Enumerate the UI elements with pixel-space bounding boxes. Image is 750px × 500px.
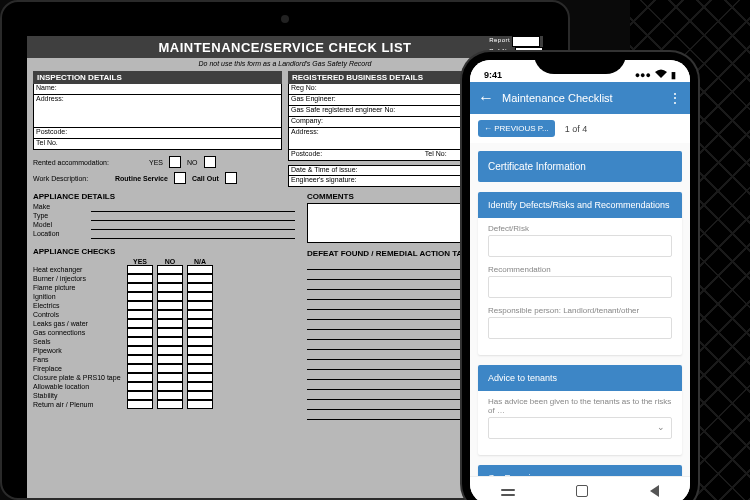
pager: ← PREVIOUS P... 1 of 4	[470, 114, 690, 143]
check-yes-box[interactable]	[127, 373, 153, 382]
check-na-box[interactable]	[187, 337, 213, 346]
check-label: Stability	[33, 392, 125, 399]
workdesc-label: Work Description:	[33, 175, 109, 182]
check-na-box[interactable]	[187, 265, 213, 274]
check-label: Return air / Plenum	[33, 401, 125, 408]
check-yes-box[interactable]	[127, 319, 153, 328]
check-no-box[interactable]	[157, 301, 183, 310]
callout-checkbox[interactable]	[225, 172, 237, 184]
check-yes-box[interactable]	[127, 364, 153, 373]
check-no-box[interactable]	[157, 346, 183, 355]
check-na-box[interactable]	[187, 274, 213, 283]
col-na: N/A	[185, 258, 215, 265]
certificate-info-card[interactable]: Certificate Information	[478, 151, 682, 182]
check-yes-box[interactable]	[127, 328, 153, 337]
defects-panel-title: Identify Defects/Risks and Recommendatio…	[478, 192, 682, 218]
check-na-box[interactable]	[187, 310, 213, 319]
report-field[interactable]	[512, 36, 540, 47]
check-row: Return air / Plenum	[33, 400, 295, 409]
check-yes-box[interactable]	[127, 301, 153, 310]
check-no-box[interactable]	[157, 292, 183, 301]
rented-no-checkbox[interactable]	[204, 156, 216, 168]
check-yes-box[interactable]	[127, 310, 153, 319]
check-row: Stability	[33, 391, 295, 400]
responsible-label: Responsible person: Landlord/tenant/othe…	[488, 306, 672, 315]
check-yes-box[interactable]	[127, 292, 153, 301]
check-no-box[interactable]	[157, 319, 183, 328]
check-yes-box[interactable]	[127, 337, 153, 346]
appl-model-field[interactable]	[91, 221, 295, 230]
home-icon[interactable]	[576, 485, 588, 497]
check-no-box[interactable]	[157, 382, 183, 391]
check-no-box[interactable]	[157, 337, 183, 346]
recommendation-input[interactable]	[488, 276, 672, 298]
check-no-box[interactable]	[157, 328, 183, 337]
appl-location: Location	[33, 230, 91, 239]
check-row: Electrics	[33, 301, 295, 310]
check-label: Gas connections	[33, 329, 125, 336]
appl-make-field[interactable]	[91, 203, 295, 212]
check-na-box[interactable]	[187, 301, 213, 310]
check-no-box[interactable]	[157, 265, 183, 274]
recent-apps-icon[interactable]	[501, 486, 515, 496]
check-na-box[interactable]	[187, 382, 213, 391]
defect-risk-input[interactable]	[488, 235, 672, 257]
check-na-box[interactable]	[187, 328, 213, 337]
back-icon[interactable]: ←	[478, 89, 494, 107]
check-na-box[interactable]	[187, 292, 213, 301]
advice-q1-label: Has advice been given to the tenants as …	[488, 397, 672, 415]
check-no-box[interactable]	[157, 364, 183, 373]
check-na-box[interactable]	[187, 373, 213, 382]
inspection-name[interactable]: Name:	[33, 84, 282, 95]
back-nav-icon[interactable]	[650, 485, 659, 497]
routine-checkbox[interactable]	[174, 172, 186, 184]
advice-panel-title: Advice to tenants	[478, 365, 682, 391]
responsible-input[interactable]	[488, 317, 672, 339]
more-icon[interactable]: ⋮	[668, 90, 682, 106]
check-yes-box[interactable]	[127, 346, 153, 355]
inspection-address[interactable]: Address:	[33, 95, 282, 128]
check-no-box[interactable]	[157, 391, 183, 400]
appl-make: Make	[33, 203, 91, 212]
check-label: Controls	[33, 311, 125, 318]
advice-q1-select[interactable]: ⌄	[488, 417, 672, 439]
check-na-box[interactable]	[187, 391, 213, 400]
check-yes-box[interactable]	[127, 391, 153, 400]
check-na-box[interactable]	[187, 355, 213, 364]
check-na-box[interactable]	[187, 364, 213, 373]
previous-button[interactable]: ← PREVIOUS P...	[478, 120, 555, 137]
check-label: Closure plate & PRS10 tape	[33, 374, 125, 381]
check-yes-box[interactable]	[127, 265, 153, 274]
check-label: Ignition	[33, 293, 125, 300]
check-no-box[interactable]	[157, 310, 183, 319]
appl-location-field[interactable]	[91, 230, 295, 239]
check-row: Flame picture	[33, 283, 295, 292]
appl-type-field[interactable]	[91, 212, 295, 221]
inspection-postcode[interactable]: Postcode:	[33, 128, 282, 139]
phone-screen: 9:41 ●●● ▮ ← Maintenance Checklist ⋮ ← P…	[470, 60, 690, 500]
check-row: Fireplace	[33, 364, 295, 373]
check-label: Pipework	[33, 347, 125, 354]
check-yes-box[interactable]	[127, 382, 153, 391]
business-tel-label: Tel No:	[425, 150, 447, 157]
check-row: Heat exchanger	[33, 265, 295, 274]
rented-yes-checkbox[interactable]	[169, 156, 181, 168]
no-label: NO	[187, 159, 198, 166]
check-no-box[interactable]	[157, 400, 183, 409]
check-na-box[interactable]	[187, 319, 213, 328]
check-no-box[interactable]	[157, 283, 183, 292]
checks-heading: APPLIANCE CHECKS	[33, 247, 295, 256]
check-na-box[interactable]	[187, 346, 213, 355]
check-yes-box[interactable]	[127, 400, 153, 409]
check-na-box[interactable]	[187, 400, 213, 409]
check-no-box[interactable]	[157, 274, 183, 283]
check-no-box[interactable]	[157, 355, 183, 364]
check-yes-box[interactable]	[127, 355, 153, 364]
phone-device: 9:41 ●●● ▮ ← Maintenance Checklist ⋮ ← P…	[462, 52, 698, 500]
check-yes-box[interactable]	[127, 274, 153, 283]
check-no-box[interactable]	[157, 373, 183, 382]
callout-label: Call Out	[192, 175, 219, 182]
check-na-box[interactable]	[187, 283, 213, 292]
check-yes-box[interactable]	[127, 283, 153, 292]
inspection-tel[interactable]: Tel No.	[33, 139, 282, 150]
